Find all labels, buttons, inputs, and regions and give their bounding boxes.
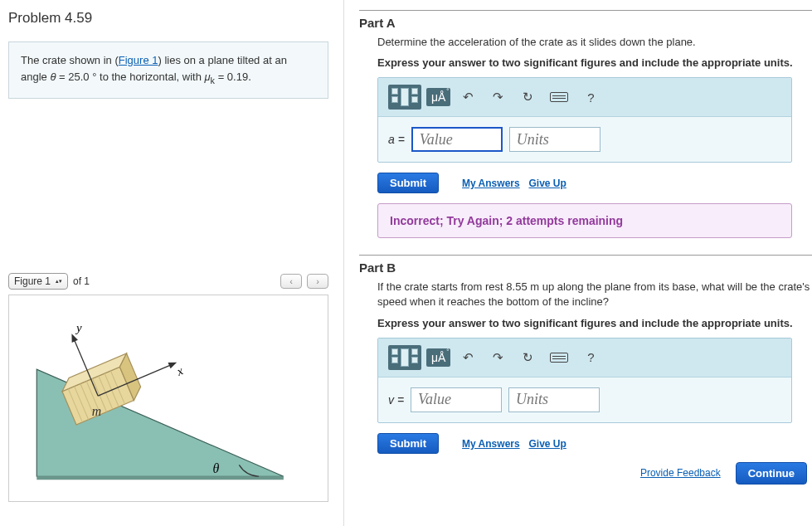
templates-button[interactable] [388, 345, 421, 370]
stmt-text: = 0.19. [215, 71, 251, 83]
part-a-my-answers-link[interactable]: My Answers [462, 178, 520, 189]
fig-x-label: x [174, 363, 186, 378]
part-a-units-input[interactable] [509, 127, 600, 152]
reset-icon[interactable]: ↻ [515, 347, 540, 368]
fig-m-label: m [92, 403, 101, 417]
units-button[interactable]: μÅ° [426, 348, 450, 367]
part-a-instructions: Express your answer to two significant f… [377, 56, 812, 69]
reset-icon[interactable]: ↻ [515, 86, 540, 108]
part-b-prompt: If the crate starts from rest 8.55 m up … [377, 280, 812, 309]
stepper-icon[interactable]: ▴▾ [56, 279, 62, 284]
redo-icon[interactable]: ↷ [485, 347, 510, 368]
divider [359, 10, 812, 11]
part-b-my-answers-link[interactable]: My Answers [462, 438, 520, 450]
undo-icon[interactable]: ↶ [455, 347, 480, 368]
help-icon[interactable]: ? [578, 86, 603, 108]
part-b-answer-box: μÅ° ↶ ↷ ↻ ? v = [377, 338, 792, 423]
figure-count: of 1 [73, 275, 90, 287]
part-a-value-input[interactable] [411, 127, 503, 152]
stmt-text: The crate shown in ( [21, 54, 119, 66]
next-figure-button[interactable]: › [307, 274, 328, 289]
templates-button[interactable] [388, 85, 421, 110]
keyboard-icon[interactable] [545, 86, 573, 108]
mu-symbol: μ [204, 71, 210, 83]
part-b-submit-button[interactable]: Submit [377, 433, 439, 454]
part-a-submit-button[interactable]: Submit [377, 173, 439, 193]
figure-image: θ x y [8, 295, 328, 502]
prev-figure-button[interactable]: ‹ [280, 274, 302, 289]
part-b-variable: v = [388, 393, 404, 407]
units-button[interactable]: μÅ° [426, 88, 450, 106]
part-a-title: Part A [359, 16, 812, 30]
keyboard-icon[interactable] [545, 347, 573, 368]
problem-statement: The crate shown in (Figure 1) lies on a … [8, 41, 328, 99]
fig-y-label: y [75, 320, 82, 334]
part-a-answer-box: μÅ° ↶ ↷ ↻ ? a = [377, 77, 792, 163]
figure-selector[interactable]: Figure 1 ▴▾ [8, 273, 68, 290]
divider [359, 255, 812, 256]
part-b-instructions: Express your answer to two significant f… [377, 317, 812, 329]
problem-title: Problem 4.59 [8, 10, 328, 27]
part-b-title: Part B [359, 261, 812, 275]
toolbar: μÅ° ↶ ↷ ↻ ? [378, 78, 791, 117]
figure-link[interactable]: Figure 1 [119, 54, 158, 66]
part-b-value-input[interactable] [411, 387, 502, 412]
redo-icon[interactable]: ↷ [485, 86, 510, 108]
toolbar: μÅ° ↶ ↷ ↻ ? [378, 338, 791, 377]
stmt-text: = 25.0 ° to the horizontal, with [56, 71, 204, 83]
help-icon[interactable]: ? [578, 347, 603, 368]
provide-feedback-link[interactable]: Provide Feedback [640, 467, 721, 479]
part-a-feedback: Incorrect; Try Again; 2 attempts remaini… [377, 203, 792, 238]
figure-selector-label: Figure 1 [14, 275, 51, 287]
part-b-give-up-link[interactable]: Give Up [529, 438, 566, 450]
svg-marker-1 [36, 476, 284, 480]
fig-theta-label: θ [213, 461, 220, 475]
continue-button[interactable]: Continue [736, 462, 807, 485]
part-a-give-up-link[interactable]: Give Up [529, 178, 566, 189]
undo-icon[interactable]: ↶ [455, 86, 480, 108]
part-b-units-input[interactable] [508, 387, 600, 412]
part-a-variable: a = [388, 133, 405, 146]
part-a-prompt: Determine the acceleration of the crate … [377, 35, 812, 50]
